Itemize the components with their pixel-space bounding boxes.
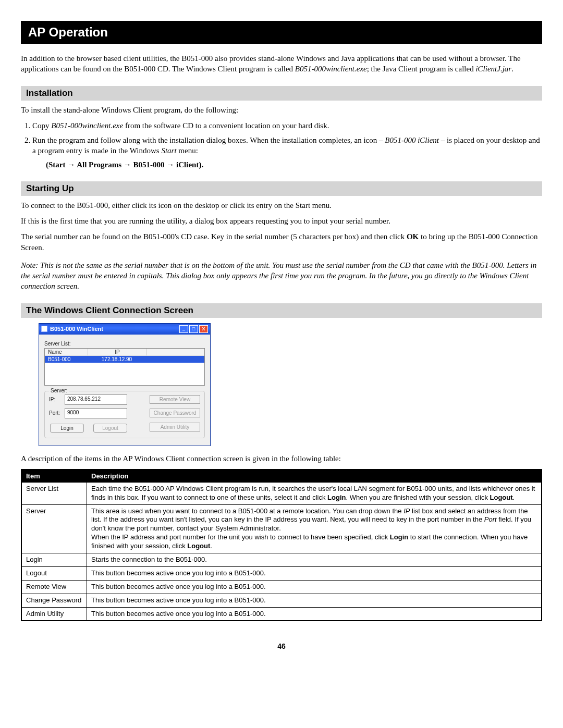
page-number: 46: [21, 642, 542, 650]
table-cell-item: Remote View: [21, 580, 87, 594]
col-name-header: Name: [45, 349, 88, 355]
install-step-1: Copy B051-000winclient.exe from the soft…: [32, 120, 542, 131]
description-table: Item Description Server ListEach time th…: [21, 469, 542, 622]
page-title: AP Operation: [28, 25, 108, 39]
table-cell-description: Starts the connection to the B051-000.: [87, 553, 542, 566]
th-item: Item: [21, 470, 87, 483]
install-lead: To install the stand-alone Windows Clien…: [21, 105, 542, 115]
close-icon[interactable]: X: [199, 325, 208, 333]
section-connection-head: The Windows Client Connection Screen: [21, 303, 542, 318]
server-block: Server: IP: 208.78.65.212 Remote View Po…: [44, 391, 205, 438]
intro-paragraph: In addition to the browser based client …: [21, 53, 542, 75]
start-p3: The serial number can be found on the B0…: [21, 231, 542, 253]
port-label: Port:: [49, 410, 65, 416]
table-cell-item: Server: [21, 504, 87, 553]
port-field[interactable]: 9000: [65, 408, 127, 418]
server-list-row[interactable]: B051-000 172.18.12.90: [45, 356, 204, 363]
table-cell-item: Login: [21, 553, 87, 566]
ip-label: IP:: [49, 397, 65, 402]
table-row: Server ListEach time the B051-000 AP Win…: [21, 482, 542, 504]
install-step-2: Run the program and follow along with th…: [32, 135, 542, 170]
table-cell-item: Server List: [21, 482, 87, 504]
app-icon: [41, 326, 47, 332]
col-ip-header: IP: [88, 349, 147, 355]
maximize-icon[interactable]: □: [189, 325, 198, 333]
server-list-box[interactable]: Name IP B051-000 172.18.12.90: [44, 348, 205, 386]
server-list-label: Server List:: [44, 341, 205, 347]
start-p2: If this is the first time that you are r…: [21, 216, 542, 226]
table-row: Admin UtilityThis button becomes active …: [21, 607, 542, 621]
table-cell-description: Each time the B051-000 AP Windows Client…: [87, 482, 542, 504]
table-row: LogoutThis button becomes active once yo…: [21, 566, 542, 580]
table-cell-description: This button becomes active once you log …: [87, 594, 542, 607]
table-cell-description: This button becomes active once you log …: [87, 580, 542, 594]
install-menu-path: (Start → All Programs → B051-000 → iClie…: [46, 161, 203, 169]
install-steps: Copy B051-000winclient.exe from the soft…: [32, 120, 542, 170]
ip-field[interactable]: 208.78.65.212: [65, 394, 127, 405]
server-legend: Server:: [49, 388, 69, 393]
winclient-titlebar: B051-000 WinClient _ □ X: [39, 324, 210, 335]
table-cell-item: Admin Utility: [21, 607, 87, 621]
change-password-button[interactable]: Change Password: [150, 409, 200, 417]
start-note: Note: This is not the same as the serial…: [21, 260, 542, 292]
table-row: ServerThis area is used when you want to…: [21, 504, 542, 553]
winclient-window: B051-000 WinClient _ □ X Server List: Na…: [39, 323, 211, 446]
minimize-icon[interactable]: _: [179, 325, 188, 333]
th-description: Description: [87, 470, 542, 483]
page-title-bar: AP Operation: [21, 21, 542, 44]
winclient-title: B051-000 WinClient: [50, 326, 103, 332]
section-installation-head: Installation: [21, 86, 542, 101]
admin-utility-button[interactable]: Admin Utility: [150, 423, 200, 431]
start-p1: To connect to the B051-000, either click…: [21, 200, 542, 211]
login-button[interactable]: Login: [50, 424, 84, 433]
table-cell-item: Logout: [21, 566, 87, 580]
table-cell-description: This area is used when you want to conne…: [87, 504, 542, 553]
remote-view-button[interactable]: Remote View: [150, 395, 200, 404]
table-row: LoginStarts the connection to the B051-0…: [21, 553, 542, 566]
section-starting-head: Starting Up: [21, 181, 542, 196]
table-caption: A description of the items in the AP Win…: [21, 453, 542, 464]
table-cell-item: Change Password: [21, 594, 87, 607]
table-row: Change PasswordThis button becomes activ…: [21, 594, 542, 607]
logout-button[interactable]: Logout: [93, 424, 127, 433]
table-cell-description: This button becomes active once you log …: [87, 566, 542, 580]
table-row: Remote ViewThis button becomes active on…: [21, 580, 542, 594]
table-cell-description: This button becomes active once you log …: [87, 607, 542, 621]
